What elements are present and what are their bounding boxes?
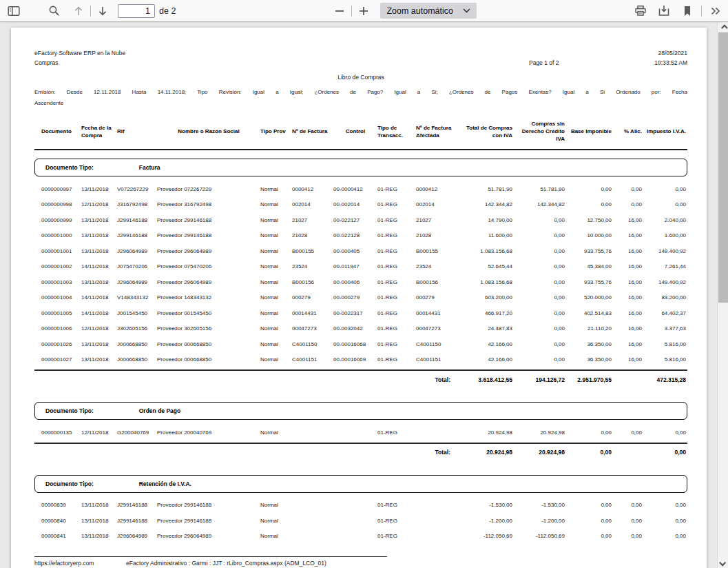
report-filters: Emisión: Desde 12.11.2018 Hasta 14.11.20… bbox=[34, 87, 687, 109]
table-cell: Normal bbox=[260, 279, 292, 285]
report-groups: Documento Tipo: Factura 000000099713/11/… bbox=[34, 159, 687, 544]
table-cell: 5.816,00 bbox=[643, 356, 687, 363]
table-cell: Proveedor 072267229 bbox=[157, 186, 260, 192]
zoom-in-button[interactable] bbox=[354, 2, 373, 20]
table-cell: 20.924,98 bbox=[514, 449, 566, 456]
table-cell: Proveedor 000668850 bbox=[157, 341, 260, 347]
table-cell: Proveedor 296064989 bbox=[157, 279, 260, 285]
table-header-row: Documento Fecha de la Compra Rif Nombre … bbox=[34, 119, 687, 150]
table-cell: 16,00 bbox=[613, 279, 643, 285]
table-cell: 00-00016068 bbox=[333, 341, 377, 347]
next-page-button[interactable] bbox=[93, 2, 112, 20]
table-cell: 00-00016069 bbox=[333, 356, 377, 363]
table-cell: 0000001004 bbox=[41, 294, 81, 301]
table-cell: 13/11/2018 bbox=[81, 518, 117, 524]
table-cell: 12/11/2018 bbox=[81, 325, 117, 332]
table-cell: 00-000405 bbox=[333, 248, 377, 254]
table-cell: 0000001027 bbox=[41, 356, 81, 363]
table-cell: 0,00 bbox=[566, 186, 613, 192]
table-cell: 142.344,82 bbox=[459, 201, 514, 207]
more-tools-button[interactable] bbox=[706, 2, 725, 20]
table-cell: 11.600,00 bbox=[459, 232, 514, 239]
table-row: 000000100113/11/2018J296064989Proveedor … bbox=[34, 243, 687, 259]
table-cell: 3.377,63 bbox=[643, 325, 687, 332]
column-header: Nº de Factura Afectada bbox=[416, 124, 459, 139]
group-rows: 000000013512/11/2018G200040769Proveedor … bbox=[34, 425, 687, 461]
table-cell: 2.040,00 bbox=[643, 217, 687, 223]
table-cell: 00-0032042 bbox=[333, 325, 377, 332]
table-cell: 1.600,00 bbox=[643, 232, 687, 239]
footer-url: https://efactoryerp.com bbox=[34, 560, 126, 567]
table-cell: Normal bbox=[260, 232, 292, 239]
table-cell: 42.166,00 bbox=[459, 341, 514, 347]
table-cell: 24.487,83 bbox=[459, 325, 514, 332]
zoom-select[interactable]: Zoom automático bbox=[380, 3, 477, 19]
table-cell: 0000412 bbox=[292, 186, 333, 192]
table-cell: 002014 bbox=[416, 201, 459, 207]
table-cell: 20.924,98 bbox=[459, 429, 514, 436]
table-cell: B000156 bbox=[292, 279, 333, 285]
table-cell: 0,00 bbox=[514, 341, 566, 347]
column-header: Fecha de la Compra bbox=[81, 124, 117, 139]
table-cell: 21027 bbox=[416, 217, 459, 223]
table-cell: 14/11/2018 bbox=[81, 294, 117, 301]
page-number-input[interactable] bbox=[118, 4, 155, 18]
table-cell: 466.917,20 bbox=[459, 310, 514, 316]
table-cell: 0,00 bbox=[566, 502, 613, 508]
table-cell: 36.350,00 bbox=[566, 356, 613, 363]
previous-page-button[interactable] bbox=[69, 2, 88, 20]
arrow-up-icon bbox=[73, 6, 84, 17]
print-button[interactable] bbox=[631, 2, 650, 20]
search-button[interactable] bbox=[44, 2, 63, 20]
zoom-out-button[interactable] bbox=[330, 2, 349, 20]
table-cell: J296064989 bbox=[117, 248, 157, 254]
table-row: 0000083913/11/2018J299146188Proveedor 29… bbox=[34, 498, 687, 514]
sidebar-toggle-button[interactable] bbox=[4, 2, 23, 20]
scroll-up-button[interactable] bbox=[718, 22, 728, 33]
table-cell: 0,00 bbox=[643, 186, 687, 192]
column-header: % Alic. bbox=[613, 128, 643, 135]
scroll-down-button[interactable] bbox=[718, 557, 728, 568]
table-cell: 00014431 bbox=[292, 310, 333, 316]
table-cell: 00047273 bbox=[292, 325, 333, 332]
table-cell: B000156 bbox=[416, 279, 459, 285]
group-rows: 000000099713/11/2018V072267229Proveedor … bbox=[34, 181, 687, 388]
table-cell: Proveedor 296064989 bbox=[157, 533, 260, 539]
table-cell: 0000001005 bbox=[41, 310, 81, 316]
table-cell: 0,00 bbox=[514, 310, 566, 316]
column-header: Tipo Prov bbox=[260, 128, 292, 135]
table-cell: 2.951.970,55 bbox=[566, 376, 613, 383]
table-row: 000000099713/11/2018V072267229Proveedor … bbox=[34, 181, 687, 197]
scrollbar-thumb[interactable] bbox=[718, 32, 728, 303]
column-header: Total de Compras con IVA bbox=[459, 124, 514, 139]
download-button[interactable] bbox=[654, 2, 674, 20]
table-cell: 00000839 bbox=[41, 502, 81, 508]
table-cell: 16,00 bbox=[613, 217, 643, 223]
group-value: Factura bbox=[139, 164, 160, 171]
table-cell: J000668850 bbox=[117, 341, 157, 347]
table-cell: 0000000999 bbox=[41, 217, 81, 223]
table-cell: 00-011947 bbox=[333, 263, 377, 270]
column-header: Control bbox=[333, 128, 377, 135]
table-cell: 00047273 bbox=[416, 325, 459, 332]
table-cell: 0,00 bbox=[643, 449, 687, 456]
table-cell: 16,00 bbox=[613, 325, 643, 332]
vertical-scrollbar[interactable] bbox=[717, 22, 728, 568]
table-cell: 520.000,00 bbox=[566, 294, 613, 301]
table-cell: 01-REG bbox=[377, 502, 416, 508]
table-cell: Total: bbox=[416, 449, 459, 456]
table-cell: 12/11/2018 bbox=[81, 201, 117, 207]
bookmark-button[interactable] bbox=[678, 2, 697, 20]
table-row: 000000100313/11/2018J296064989Proveedor … bbox=[34, 274, 687, 290]
table-cell: 20.924,98 bbox=[459, 449, 514, 456]
table-cell: 13/11/2018 bbox=[81, 217, 117, 223]
table-cell: 402.514,83 bbox=[566, 310, 613, 316]
table-cell: 01-REG bbox=[377, 248, 416, 254]
table-cell: 0,00 bbox=[613, 429, 643, 436]
table-cell: 01-REG bbox=[377, 186, 416, 192]
table-cell: 0,00 bbox=[566, 429, 613, 436]
sidebar-toggle-icon bbox=[8, 6, 20, 17]
document-type-group: Documento Tipo: Orden de Pago 0000000135… bbox=[34, 402, 687, 461]
table-cell: 0,00 bbox=[514, 263, 566, 270]
table-cell: 10.000,00 bbox=[566, 232, 613, 239]
